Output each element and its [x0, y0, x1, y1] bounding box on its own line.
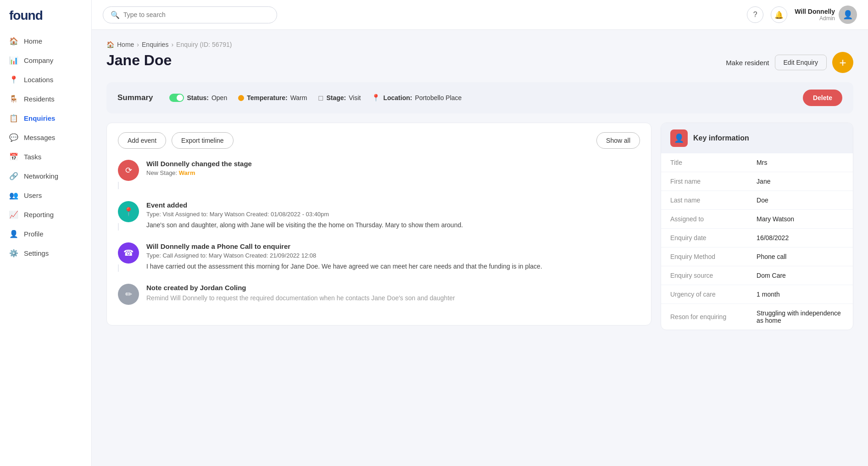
- timeline-body: Will Donnelly made a Phone Call to enqui…: [146, 242, 640, 273]
- page-actions: Make resident Edit Enquiry +: [726, 52, 853, 73]
- sidebar-item-enquiries[interactable]: 📋 Enquiries: [0, 108, 91, 128]
- sidebar-label-networking: Networking: [24, 172, 58, 180]
- page-title: Jane Doe: [106, 52, 172, 69]
- make-resident-button[interactable]: Make resident: [726, 59, 769, 67]
- sidebar-item-company[interactable]: 📊 Company: [0, 51, 91, 70]
- main-content: 🔍 ? 🔔 Will Donnelly Admin 👤 🏠 Home › Enq…: [92, 0, 868, 466]
- user-role: Admin: [795, 15, 835, 22]
- search-input[interactable]: [123, 11, 269, 18]
- breadcrumb: 🏠 Home › Enquiries › Enquiry (ID: 56791): [106, 41, 853, 48]
- key-info-field-value: Dom Care: [747, 266, 853, 285]
- summary-stage: ◻ Stage: Visit: [318, 94, 361, 102]
- key-info-row: Title Mrs: [661, 153, 853, 172]
- topbar: 🔍 ? 🔔 Will Donnelly Admin 👤: [92, 0, 868, 30]
- sidebar-nav: 🏠 Home 📊 Company 📍 Locations 🪑 Residents…: [0, 29, 91, 264]
- summary-location: 📍 Location: Portobello Place: [372, 94, 462, 102]
- timeline-body: Event added Type: Visit Assigned to: Mar…: [146, 201, 640, 231]
- status-toggle[interactable]: [169, 94, 184, 102]
- key-info-row: Reson for enquiring Struggling with inde…: [661, 304, 853, 330]
- home-icon: 🏠: [9, 36, 18, 45]
- residents-icon: 🪑: [9, 94, 18, 103]
- status-label: Status:: [187, 94, 208, 101]
- location-label: Location:: [383, 94, 412, 101]
- sidebar-label-tasks: Tasks: [24, 153, 41, 161]
- sidebar-item-profile[interactable]: 👤 Profile: [0, 224, 91, 243]
- networking-icon: 🔗: [9, 171, 18, 180]
- key-info-field-value: 1 month: [747, 285, 853, 304]
- search-box[interactable]: 🔍: [103, 6, 277, 23]
- two-col-layout: Add event Export timeline Show all ⟳ Wil…: [106, 123, 853, 330]
- export-timeline-button[interactable]: Export timeline: [172, 132, 234, 149]
- location-icon: 📍: [372, 94, 380, 102]
- avatar[interactable]: 👤: [839, 6, 857, 24]
- app-logo: found: [0, 0, 91, 29]
- sidebar-label-messages: Messages: [24, 134, 55, 141]
- timeline-meta: Type: Call Assigned to: Mary Watson Crea…: [146, 252, 640, 259]
- key-info-title: Key information: [693, 134, 749, 142]
- edit-enquiry-button[interactable]: Edit Enquiry: [775, 55, 827, 70]
- enquiries-icon: 📋: [9, 113, 18, 123]
- key-info-field-value: Mrs: [747, 153, 853, 172]
- timeline-description: Jane's son and daughter, along with Jane…: [146, 220, 640, 230]
- temperature-dot: [238, 95, 244, 101]
- topbar-right: ? 🔔 Will Donnelly Admin 👤: [747, 6, 857, 24]
- profile-icon: 👤: [9, 229, 18, 238]
- summary-temperature: Temperature: Warm: [238, 94, 307, 101]
- timeline-item: ☎ Will Donnelly made a Phone Call to enq…: [118, 242, 640, 273]
- timeline-event-title: Will Donnelly made a Phone Call to enqui…: [146, 242, 640, 250]
- timeline-card: Add event Export timeline Show all ⟳ Wil…: [106, 123, 651, 326]
- sidebar-item-residents[interactable]: 🪑 Residents: [0, 89, 91, 108]
- user-menu[interactable]: Will Donnelly Admin 👤: [795, 6, 857, 24]
- key-info-column: 👤 Key information Title Mrs First name J…: [661, 123, 853, 330]
- notifications-icon[interactable]: 🔔: [771, 6, 787, 23]
- search-icon: 🔍: [111, 11, 120, 19]
- sidebar-item-reporting[interactable]: 📈 Reporting: [0, 205, 91, 224]
- user-full-name: Will Donnelly: [795, 8, 835, 15]
- key-info-row: Enquiry Method Phone call: [661, 247, 853, 266]
- sidebar-item-users[interactable]: 👥 Users: [0, 185, 91, 205]
- show-all-button[interactable]: Show all: [596, 132, 640, 149]
- help-icon[interactable]: ?: [747, 6, 763, 23]
- location-value: Portobello Place: [415, 94, 462, 101]
- delete-button[interactable]: Delete: [803, 90, 842, 106]
- timeline-item: 📍 Event added Type: Visit Assigned to: M…: [118, 201, 640, 231]
- sidebar-item-tasks[interactable]: 📅 Tasks: [0, 147, 91, 166]
- page-header: Jane Doe Make resident Edit Enquiry +: [106, 52, 853, 73]
- key-info-field-value: Mary Watson: [747, 210, 853, 229]
- key-info-row: Enquiry date 16/08/2022: [661, 229, 853, 247]
- breadcrumb-enquiries[interactable]: Enquiries: [142, 41, 168, 48]
- key-info-field-value: 16/08/2022: [747, 229, 853, 247]
- timeline-body: Will Donnelly changed the stage New Stag…: [146, 160, 640, 190]
- key-info-row: Urgency of care 1 month: [661, 285, 853, 304]
- add-button[interactable]: +: [832, 52, 853, 73]
- sidebar-item-home[interactable]: 🏠 Home: [0, 31, 91, 51]
- key-info-row: Last name Doe: [661, 191, 853, 210]
- company-icon: 📊: [9, 56, 18, 65]
- timeline-body: Note created by Jordan Coling Remind Wil…: [146, 284, 640, 305]
- sidebar-label-locations: Locations: [24, 76, 53, 84]
- sidebar-label-profile: Profile: [24, 230, 44, 238]
- key-info-field-label: Title: [661, 153, 747, 172]
- key-info-row: Assigned to Mary Watson: [661, 210, 853, 229]
- reporting-icon: 📈: [9, 210, 18, 219]
- sidebar: found 🏠 Home 📊 Company 📍 Locations 🪑 Res…: [0, 0, 92, 466]
- sidebar-item-networking[interactable]: 🔗 Networking: [0, 166, 91, 185]
- breadcrumb-home[interactable]: Home: [117, 41, 134, 48]
- add-event-button[interactable]: Add event: [118, 132, 166, 149]
- sidebar-item-messages[interactable]: 💬 Messages: [0, 128, 91, 147]
- stage-value: Visit: [349, 94, 361, 101]
- timeline-column: Add event Export timeline Show all ⟳ Wil…: [106, 123, 651, 330]
- sidebar-item-locations[interactable]: 📍 Locations: [0, 70, 91, 89]
- key-info-table: Title Mrs First name Jane Last name Doe …: [661, 153, 853, 330]
- key-info-row: First name Jane: [661, 172, 853, 191]
- temperature-label: Temperature:: [247, 94, 287, 101]
- sidebar-label-reporting: Reporting: [24, 211, 54, 219]
- sidebar-item-settings[interactable]: ⚙️ Settings: [0, 243, 91, 263]
- key-info-field-label: Enquiry Method: [661, 247, 747, 266]
- timeline-event-title: Event added: [146, 201, 640, 209]
- key-info-field-label: Assigned to: [661, 210, 747, 229]
- timeline-icon: ☎: [118, 242, 139, 264]
- timeline-event-title: Will Donnelly changed the stage: [146, 160, 640, 168]
- summary-label: Summary: [117, 93, 153, 102]
- key-info-field-label: Reson for enquiring: [661, 304, 747, 330]
